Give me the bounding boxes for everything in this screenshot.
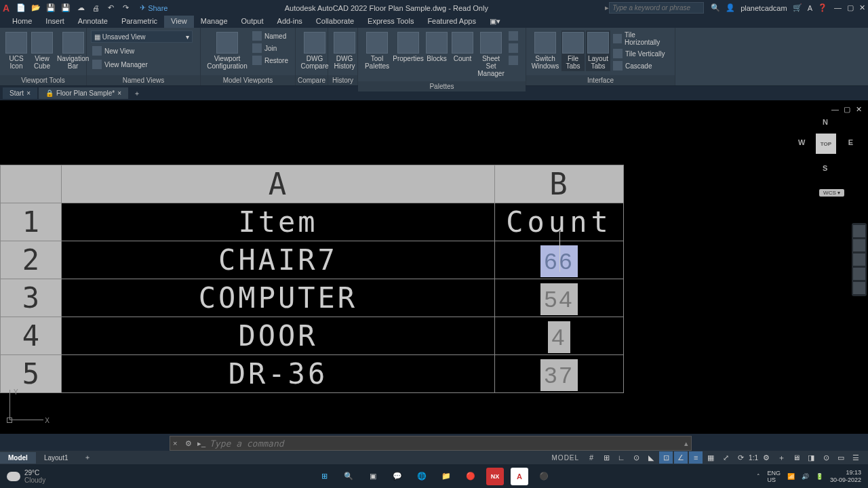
maximize-button[interactable]: ▢	[847, 3, 854, 12]
palette-small-3[interactable]	[507, 55, 519, 66]
tile-horizontal-button[interactable]: Tile Horizontally	[612, 30, 671, 47]
new-view-button[interactable]: New View	[91, 45, 136, 56]
doctab-add-button[interactable]: ＋	[130, 87, 144, 100]
table-row[interactable]: 2 CHAIR7 66	[1, 241, 624, 279]
minimize-button[interactable]: —	[834, 3, 842, 12]
viewcube-east[interactable]: E	[848, 138, 853, 146]
panel-viewport-tools[interactable]: Viewport Tools	[0, 75, 86, 85]
switch-windows-button[interactable]: SwitchWindows	[530, 30, 560, 71]
command-input[interactable]	[210, 439, 680, 449]
status-hardware-icon[interactable]: ⊙	[819, 451, 833, 464]
status-cycle-icon[interactable]: ⟳	[734, 451, 747, 464]
ucs-origin-icon[interactable]: YX	[7, 390, 44, 427]
qat-undo-icon[interactable]: ↶	[105, 3, 116, 14]
qat-plot-icon[interactable]: 🖨	[90, 3, 101, 14]
palette-small-2[interactable]	[507, 43, 519, 54]
viewcube[interactable]: N S E W TOP	[797, 115, 854, 172]
count-field[interactable]: 37	[540, 359, 578, 391]
obs-icon[interactable]: ⚫	[535, 468, 553, 485]
tool-palettes-button[interactable]: ToolPalettes	[362, 30, 392, 71]
table-row[interactable]: 4 DOOR 4	[1, 317, 624, 355]
ucs-icon-button[interactable]: UCSIcon	[4, 30, 28, 71]
view-manager-button[interactable]: View Manager	[91, 59, 149, 70]
doctab-file[interactable]: 🔒Floor Plan Sample*×	[39, 87, 128, 99]
tab-home[interactable]: Home	[5, 16, 39, 28]
status-lwt-icon[interactable]: ≡	[689, 451, 703, 464]
cmd-close-icon[interactable]: ×	[173, 439, 181, 447]
nav-zoom-icon[interactable]	[853, 253, 865, 266]
wifi-icon[interactable]: 📶	[787, 473, 795, 480]
explorer-icon[interactable]: 📁	[437, 468, 455, 485]
row-number[interactable]: 3	[1, 279, 62, 317]
view-close-icon[interactable]: ✕	[856, 105, 864, 113]
viewport-config-button[interactable]: ViewportConfiguration	[205, 30, 250, 71]
status-otrack-icon[interactable]: ∠	[674, 451, 688, 464]
row-number[interactable]: 4	[1, 317, 62, 355]
cell-item[interactable]: CHAIR7	[61, 241, 494, 279]
status-customize-icon[interactable]: ☰	[849, 451, 863, 464]
nx-icon[interactable]: NX	[486, 468, 504, 485]
status-monitor-icon[interactable]: 🖥	[789, 451, 803, 464]
navigation-bar[interactable]	[852, 223, 867, 296]
cart-icon[interactable]: 🛒	[793, 3, 802, 12]
status-gear-icon[interactable]: ⚙	[760, 451, 773, 464]
status-polar-icon[interactable]: ⊙	[629, 451, 643, 464]
share-button[interactable]: ✈ Share	[140, 3, 167, 12]
status-snap-icon[interactable]: ⊞	[599, 451, 613, 464]
search-task-icon[interactable]: 🔍	[340, 468, 357, 485]
command-line[interactable]: × ⚙ ▸_ ▴	[170, 436, 692, 451]
weather-widget[interactable]: 29°CCloudy	[7, 469, 45, 484]
start-button[interactable]: ⊞	[315, 468, 333, 485]
viewcube-north[interactable]: N	[823, 118, 828, 126]
chrome-icon[interactable]: 🔴	[462, 468, 479, 485]
nav-showmotion-icon[interactable]	[853, 282, 865, 294]
status-transparency-icon[interactable]: ▦	[704, 451, 717, 464]
qat-cloud-icon[interactable]: ☁	[75, 3, 86, 14]
qat-open-icon[interactable]: 📂	[31, 3, 41, 14]
view-max-icon[interactable]: ▢	[844, 105, 852, 113]
tab-express-tools[interactable]: Express Tools	[361, 16, 420, 28]
cmd-customize-icon[interactable]: ⚙	[185, 439, 193, 447]
nav-wheel-icon[interactable]	[853, 225, 865, 237]
tab-manage[interactable]: Manage	[194, 16, 235, 28]
qat-saveas-icon[interactable]: 💾	[60, 3, 71, 14]
status-iso-icon[interactable]: ◣	[644, 451, 658, 464]
tab-overflow-icon[interactable]: ▣▾	[483, 16, 507, 28]
blocks-button[interactable]: Blocks	[425, 30, 449, 64]
qat-new-icon[interactable]: 📄	[16, 3, 26, 14]
view-min-icon[interactable]: —	[831, 105, 840, 113]
layout-tabs-button[interactable]: LayoutTabs	[586, 30, 610, 71]
tab-addins[interactable]: Add-ins	[271, 16, 309, 28]
count-button[interactable]: Count	[450, 30, 475, 64]
viewcube-west[interactable]: W	[798, 138, 805, 146]
qat-redo-icon[interactable]: ↷	[120, 3, 131, 14]
cell-item-header[interactable]: Item	[61, 203, 494, 241]
app-home-icon[interactable]: A	[808, 4, 812, 12]
status-model[interactable]: MODEL	[552, 454, 580, 462]
user-name[interactable]: planetcadcam	[741, 4, 787, 12]
search-go-icon[interactable]: 🔍	[711, 3, 720, 13]
search-input[interactable]	[609, 2, 704, 14]
status-grid-icon[interactable]: #	[585, 451, 598, 464]
row-number[interactable]: 2	[1, 241, 62, 279]
tab-featured-apps[interactable]: Featured Apps	[420, 16, 483, 28]
wcs-dropdown[interactable]: WCS ▾	[819, 189, 844, 197]
cmd-expand-icon[interactable]: ▴	[684, 439, 688, 448]
count-field[interactable]: 4	[548, 321, 571, 353]
status-clean-icon[interactable]: ▭	[834, 451, 848, 464]
battery-icon[interactable]: 🔋	[816, 473, 823, 480]
status-plus-icon[interactable]: ＋	[774, 451, 788, 464]
cell-item[interactable]: DOOR	[61, 317, 494, 355]
cell-count[interactable]: 54	[495, 279, 624, 317]
cad-table[interactable]: A B 1 Item Count 2 CHAIR7 66 3 COMPUTER …	[0, 165, 624, 393]
vp-restore-button[interactable]: Restore	[251, 55, 290, 66]
tab-insert[interactable]: Insert	[39, 16, 71, 28]
status-osnap-icon[interactable]: ⊡	[659, 451, 673, 464]
tab-annotate[interactable]: Annotate	[71, 16, 115, 28]
status-isolate-icon[interactable]: ◨	[804, 451, 818, 464]
layout-tab-layout1[interactable]: Layout1	[36, 452, 77, 464]
cell-item[interactable]: COMPUTER	[61, 279, 494, 317]
row-number[interactable]: 1	[1, 203, 62, 241]
table-row[interactable]: 5 DR-36 37	[1, 355, 624, 393]
tab-output[interactable]: Output	[235, 16, 271, 28]
